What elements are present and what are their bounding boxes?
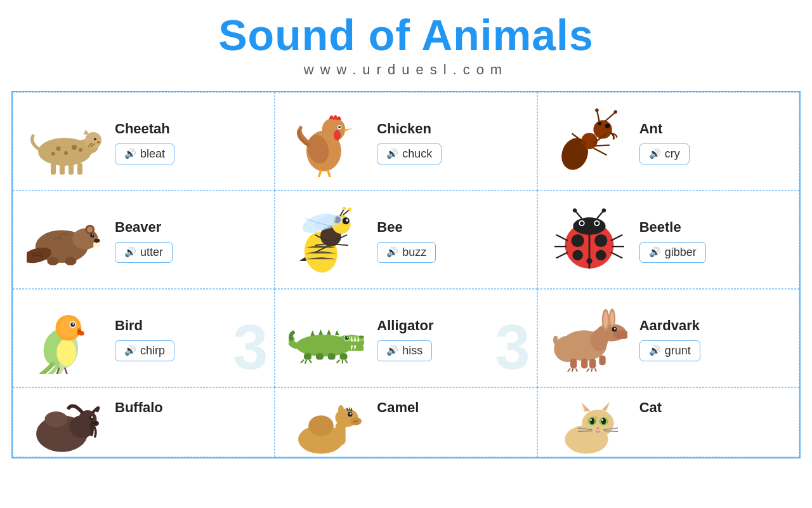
svg-rect-12 [60,163,65,175]
cheetah-sound-badge[interactable]: 🔊 bleat [115,144,174,164]
svg-point-80 [573,208,577,212]
svg-point-5 [72,145,77,150]
svg-line-24 [318,170,322,177]
svg-point-174 [601,418,606,425]
sound-icon-8: 🔊 [386,345,398,356]
chicken-info: Chicken 🔊 chuck [377,121,526,164]
svg-rect-140 [581,359,587,368]
svg-point-135 [610,312,614,326]
bird-image [23,301,106,377]
svg-line-39 [594,145,610,146]
ant-name: Ant [639,121,789,137]
svg-point-18 [322,118,346,142]
svg-line-70 [334,244,348,246]
aardvark-info: Aardvark 🔊 grunt [639,318,789,361]
buffalo-image [23,399,106,457]
cat-name: Cat [639,399,789,416]
sound-icon-3: 🔊 [649,148,661,159]
chicken-sound: chuck [402,147,432,161]
svg-point-147 [91,416,93,418]
alligator-sound-badge[interactable]: 🔊 hiss [377,340,432,361]
svg-point-77 [595,222,599,225]
animal-cell-camel: Camel [275,387,537,457]
svg-point-166 [582,410,613,437]
svg-point-44 [87,227,93,232]
cheetah-info: Cheetah 🔊 bleat [115,121,264,164]
svg-marker-109 [311,331,315,337]
beetle-sound-badge[interactable]: 🔊 gibber [639,242,706,263]
svg-marker-10 [84,130,89,135]
sound-icon-5: 🔊 [386,246,398,258]
svg-point-45 [90,234,94,237]
svg-point-32 [595,109,599,112]
svg-point-95 [56,339,75,366]
svg-point-173 [590,418,594,425]
svg-point-176 [601,419,603,421]
sound-icon-9: 🔊 [649,345,661,356]
svg-point-159 [338,405,344,414]
svg-point-16 [97,142,100,144]
beetle-info: Beetle 🔊 gibber [639,219,789,263]
svg-point-86 [586,258,592,264]
sound-icon-4: 🔊 [124,246,136,258]
bee-sound-badge[interactable]: 🔊 buzz [377,242,436,263]
svg-rect-48 [93,243,96,247]
aardvark-sound: grunt [665,344,691,358]
svg-point-47 [94,239,100,243]
aardvark-sound-badge[interactable]: 🔊 grunt [639,340,700,361]
cat-info: Cat [639,399,789,416]
svg-point-73 [573,218,605,236]
beetle-name: Beetle [639,219,789,236]
svg-point-4 [64,151,68,155]
svg-point-51 [47,257,58,265]
cheetah-image [23,104,106,180]
svg-marker-112 [335,330,339,336]
animal-cell-buffalo: Buffalo [13,387,275,457]
animal-cell-alligator: 3 [275,289,537,387]
svg-rect-115 [349,346,364,352]
bird-sound: chirp [140,344,165,358]
cat-image [548,399,631,457]
svg-point-33 [605,124,609,128]
animal-cell-beetle: Beetle 🔊 gibber [537,190,799,289]
svg-point-61 [343,207,346,211]
svg-point-15 [94,138,96,140]
buffalo-name: Buffalo [115,399,264,416]
svg-line-103 [65,368,67,374]
svg-rect-139 [570,359,577,368]
chicken-image [285,104,368,180]
sound-icon-6: 🔊 [649,246,661,258]
svg-point-7 [79,148,82,152]
svg-marker-20 [344,128,353,132]
beaver-image [23,203,106,279]
buffalo-info: Buffalo [115,399,264,416]
beaver-name: Beaver [115,219,264,236]
svg-marker-65 [299,257,306,261]
svg-point-126 [359,336,362,338]
svg-point-2 [85,132,102,149]
svg-point-27 [581,133,598,150]
svg-point-84 [572,250,583,261]
ant-image [548,104,631,180]
chicken-sound-badge[interactable]: 🔊 chuck [377,144,442,164]
svg-line-89 [556,253,567,258]
beetle-image [548,203,631,279]
svg-point-97 [59,318,78,337]
svg-line-90 [611,235,622,241]
svg-point-56 [343,218,350,225]
ant-sound-badge[interactable]: 🔊 cry [639,144,690,164]
page-header: Sound of Animals www.urduesl.com [0,0,812,91]
svg-point-76 [580,222,584,225]
chicken-name: Chicken [377,121,526,137]
svg-point-101 [77,328,81,331]
svg-rect-141 [589,359,596,368]
svg-point-3 [56,147,61,151]
svg-point-151 [45,411,68,427]
bird-sound-badge[interactable]: 🔊 chirp [115,340,174,361]
beaver-info: Beaver 🔊 utter [115,219,264,263]
page-title: Sound of Animals [0,11,812,59]
camel-info: Camel [377,399,526,416]
svg-point-19 [334,130,341,141]
beaver-sound-badge[interactable]: 🔊 utter [115,242,173,263]
cheetah-name: Cheetah [115,121,264,137]
